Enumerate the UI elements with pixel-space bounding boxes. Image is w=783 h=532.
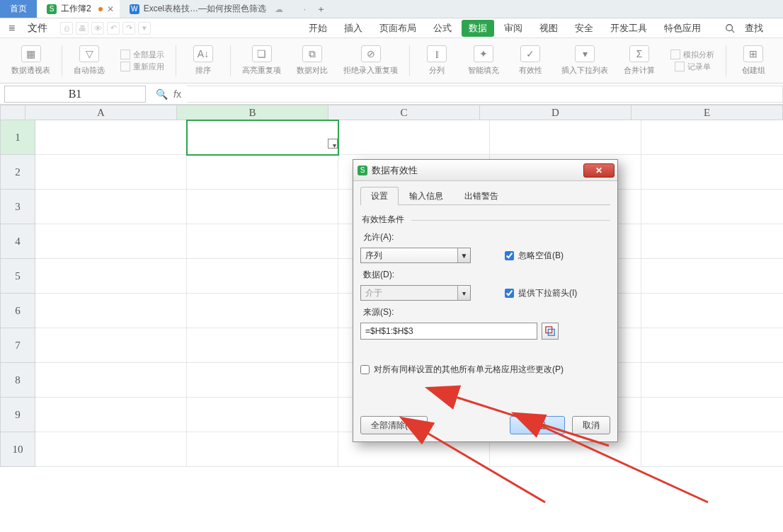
- cell-c1[interactable]: [338, 120, 490, 155]
- qat-undo-icon[interactable]: ↶: [107, 22, 120, 35]
- row-header-1[interactable]: 1: [0, 120, 35, 155]
- cell-b1[interactable]: [187, 120, 338, 155]
- search-box[interactable]: 查找: [718, 18, 777, 39]
- apply-all-row[interactable]: 对所有同样设置的其他所有单元格应用这些更改(P): [360, 364, 610, 376]
- row-header-9[interactable]: 9: [0, 398, 35, 432]
- clear-all-button[interactable]: 全部清除(C): [360, 416, 428, 434]
- cell-a1[interactable]: [35, 120, 187, 155]
- row-header-6[interactable]: 6: [0, 294, 35, 328]
- cell[interactable]: [187, 294, 338, 328]
- cell-e1[interactable]: [641, 120, 783, 155]
- dialog-tab-error[interactable]: 出错警告: [454, 187, 509, 205]
- ignore-blank-input[interactable]: [505, 251, 514, 260]
- cell[interactable]: [641, 259, 783, 294]
- ribbon-tab-layout[interactable]: 页面布局: [372, 20, 423, 37]
- ribbon-validation[interactable]: ✓有效性: [510, 45, 550, 76]
- cell[interactable]: [35, 259, 187, 294]
- dialog-titlebar[interactable]: S 数据有效性 ✕: [353, 160, 617, 181]
- new-tab-button[interactable]: ＋: [312, 0, 330, 18]
- hamburger-icon[interactable]: ≡: [6, 22, 18, 35]
- cell[interactable]: [187, 432, 338, 467]
- cell[interactable]: [187, 259, 338, 294]
- ribbon-dropdown[interactable]: ▾插入下拉列表: [557, 45, 612, 76]
- row-header-5[interactable]: 5: [0, 259, 35, 294]
- ribbon-tab-view[interactable]: 视图: [532, 20, 565, 37]
- ribbon-show-all[interactable]: 全部显示: [120, 50, 164, 60]
- tab-home[interactable]: 首页: [0, 0, 37, 18]
- row-header-10[interactable]: 10: [0, 432, 35, 467]
- row-header-7[interactable]: 7: [0, 328, 35, 363]
- ribbon-highlight-dup[interactable]: ❏高亮重复项: [238, 45, 285, 76]
- provide-dropdown-checkbox[interactable]: 提供下拉箭头(I): [505, 287, 577, 299]
- tab-other-close-icon[interactable]: ·: [304, 4, 306, 14]
- allow-dropdown[interactable]: 序列 ▼: [360, 248, 471, 263]
- row-header-4[interactable]: 4: [0, 224, 35, 259]
- col-header-b[interactable]: B: [177, 105, 328, 120]
- tab-close-icon[interactable]: ✕: [107, 4, 114, 14]
- apply-all-checkbox[interactable]: [360, 365, 370, 374]
- cell[interactable]: [641, 363, 783, 398]
- col-header-c[interactable]: C: [328, 105, 480, 120]
- cell[interactable]: [35, 294, 187, 328]
- ribbon-tab-security[interactable]: 安全: [568, 20, 600, 37]
- col-header-d[interactable]: D: [480, 105, 631, 120]
- cell[interactable]: [641, 328, 783, 363]
- row-header-8[interactable]: 8: [0, 363, 35, 398]
- formula-input[interactable]: [187, 86, 783, 103]
- cell[interactable]: [35, 190, 187, 224]
- qat-more-icon[interactable]: ▾: [138, 22, 151, 35]
- ok-button[interactable]: 确定: [510, 416, 565, 434]
- file-menu[interactable]: 文件: [22, 22, 53, 35]
- cell[interactable]: [187, 155, 338, 190]
- col-header-a[interactable]: A: [25, 105, 177, 120]
- qat-preview-icon[interactable]: 👁: [91, 22, 104, 35]
- cell-d1[interactable]: [490, 120, 641, 155]
- range-picker-button[interactable]: [542, 323, 559, 340]
- ribbon-smart-fill[interactable]: ✦智能填充: [464, 45, 503, 76]
- cell[interactable]: [641, 224, 783, 259]
- ribbon-pivot[interactable]: ▦数据透视表: [7, 45, 55, 76]
- ribbon-group[interactable]: ⊞创建组: [733, 45, 773, 76]
- cell[interactable]: [35, 432, 187, 467]
- cell[interactable]: [641, 190, 783, 224]
- cancel-button[interactable]: 取消: [572, 416, 610, 434]
- cell[interactable]: [35, 363, 187, 398]
- row-header-2[interactable]: 2: [0, 155, 35, 190]
- ribbon-consolidate[interactable]: Σ合并计算: [619, 45, 659, 76]
- tab-workbook[interactable]: S 工作簿2 ✕: [37, 0, 120, 18]
- ribbon-tab-start[interactable]: 开始: [302, 20, 334, 37]
- cell[interactable]: [187, 328, 338, 363]
- ribbon-filter[interactable]: ▽自动筛选: [69, 45, 109, 76]
- qat-redo-icon[interactable]: ↷: [122, 22, 135, 35]
- fx-icon[interactable]: fx: [173, 88, 181, 100]
- select-all-corner[interactable]: [0, 105, 25, 120]
- dialog-tab-input-msg[interactable]: 输入信息: [399, 187, 454, 205]
- ribbon-whatif[interactable]: 模拟分析: [670, 50, 714, 60]
- cell[interactable]: [35, 328, 187, 363]
- cell[interactable]: [187, 363, 338, 398]
- cell[interactable]: [641, 294, 783, 328]
- ribbon-reapply[interactable]: 重新应用: [120, 62, 164, 72]
- dialog-tab-settings[interactable]: 设置: [360, 187, 399, 205]
- qat-print-icon[interactable]: 🖶: [76, 22, 88, 35]
- ribbon-reject-dup[interactable]: ⊘拒绝录入重复项: [339, 45, 402, 76]
- ribbon-compare[interactable]: ⧉数据对比: [292, 45, 332, 76]
- row-header-3[interactable]: 3: [0, 190, 35, 224]
- cell[interactable]: [35, 398, 187, 432]
- cell[interactable]: [187, 190, 338, 224]
- zoom-icon[interactable]: 🔍: [156, 88, 168, 100]
- ribbon-split[interactable]: ⫿分列: [417, 45, 457, 76]
- cell[interactable]: [641, 398, 783, 432]
- cell[interactable]: [187, 224, 338, 259]
- ribbon-tab-data[interactable]: 数据: [462, 20, 494, 37]
- cell[interactable]: [35, 155, 187, 190]
- ribbon-tab-feature[interactable]: 特色应用: [657, 20, 708, 37]
- cell[interactable]: [641, 432, 783, 467]
- ribbon-tab-insert[interactable]: 插入: [337, 20, 370, 37]
- ribbon-tab-formula[interactable]: 公式: [426, 20, 459, 37]
- ribbon-sort[interactable]: A↓排序: [183, 45, 223, 76]
- ribbon-record[interactable]: 记录单: [675, 62, 711, 72]
- name-box[interactable]: B1: [4, 86, 146, 103]
- ribbon-tab-review[interactable]: 审阅: [497, 20, 530, 37]
- cell[interactable]: [641, 155, 783, 190]
